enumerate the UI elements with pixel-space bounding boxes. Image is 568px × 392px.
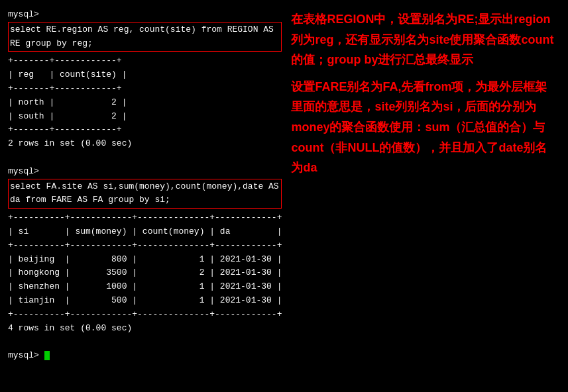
annotation-panel: 在表格REGION中，设置别名为RE;显示出region列为reg，还有显示别名… [284, 5, 563, 387]
table2-sep-bot: +----------+------------+--------------+… [8, 308, 282, 322]
query1-text: select RE.region AS reg, count(site) fro… [10, 24, 274, 48]
annotation-1: 在表格REGION中，设置别名为RE;显示出region列为reg，还有显示别名… [291, 9, 556, 70]
table2-rowcount: 4 rows in set (0.00 sec) [8, 322, 282, 336]
table1-sep-mid: +-------+------------+ [8, 82, 282, 96]
terminal-panel: mysql> select RE.region AS reg, count(si… [5, 5, 284, 387]
table2-row-3: | shenzhen | 1000 | 1 | 2021-01-30 | [8, 280, 282, 294]
table2-row-1: | beijing | 800 | 1 | 2021-01-30 | [8, 253, 282, 267]
table1-rowcount: 2 rows in set (0.00 sec) [8, 137, 282, 151]
table1-row-1: | north | 2 | [8, 96, 282, 110]
table2-row-2: | hongkong | 3500 | 2 | 2021-01-30 | [8, 266, 282, 280]
mysql-prompt-1: mysql> [8, 9, 39, 19]
sql-box-1: select RE.region AS reg, count(site) fro… [8, 22, 282, 52]
query2-text: select FA.site AS si,sum(money),count(mo… [10, 181, 279, 205]
table2-sep-top: +----------+------------+--------------+… [8, 211, 282, 225]
mysql-prompt-2: mysql> [8, 166, 39, 176]
table1-sep-top: +-------+------------+ [8, 54, 282, 68]
query2-section: mysql> select FA.site AS si,sum(money),c… [8, 165, 282, 209]
annotation-2: 设置FARE别名为FA,先看from项，为最外层框架里面的意思是，site列别名… [291, 77, 556, 178]
cursor [44, 351, 50, 360]
annotation-text-1: 在表格REGION中，设置别名为RE;显示出region列为reg，还有显示别名… [291, 13, 553, 66]
last-prompt-line: mysql> [8, 349, 282, 363]
query1-section: mysql> select RE.region AS reg, count(si… [8, 8, 282, 52]
table2-row-4: | tianjin | 500 | 1 | 2021-01-30 | [8, 294, 282, 308]
sql-box-2: select FA.site AS si,sum(money),count(mo… [8, 179, 282, 209]
table1-sep-bot: +-------+------------+ [8, 123, 282, 137]
table1-header: | reg | count(site) | [8, 68, 282, 82]
mysql-prompt-last: mysql> [8, 350, 39, 360]
table1-row-2: | south | 2 | [8, 110, 282, 124]
table2-sep-mid: +----------+------------+--------------+… [8, 239, 282, 253]
annotation-text-2: 设置FARE别名为FA,先看from项，为最外层框架里面的意思是，site列别名… [291, 80, 547, 174]
table2-header: | si | sum(money) | count(money) | da | [8, 225, 282, 239]
